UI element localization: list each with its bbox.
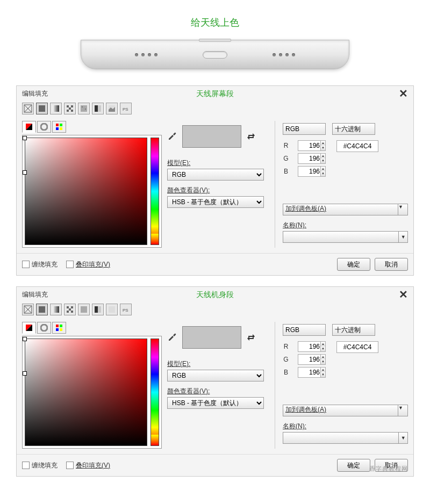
two-color-icon[interactable] (92, 304, 104, 315)
hue-slider[interactable] (150, 138, 159, 245)
b-label: B (283, 168, 289, 175)
gradient-handle-icon[interactable] (23, 170, 27, 175)
color-gradient-box[interactable] (25, 339, 147, 446)
svg-rect-10 (81, 105, 87, 112)
pattern-fill-icon[interactable] (64, 103, 76, 114)
svg-rect-13 (95, 105, 98, 112)
g-input[interactable] (298, 354, 321, 365)
mid-panel: 模型(E): RGB 颜色查看器(V): HSB - 基于色度（默认） (167, 121, 269, 248)
right-panel: RGB 十六进制 R ▲▼ G ▲▼ B ▲▼ (275, 121, 408, 248)
spinner-icon[interactable]: ▲▼ (320, 354, 326, 365)
pattern-fill-icon[interactable] (64, 304, 76, 315)
name-input[interactable] (283, 432, 399, 444)
postscript-fill-icon[interactable]: PS (120, 103, 132, 114)
dialog-subtitle: 天线屏幕段 (196, 89, 234, 99)
r-label: R (283, 343, 289, 350)
svg-rect-25 (39, 306, 45, 313)
spinner-icon[interactable]: ▲▼ (320, 153, 326, 164)
swap-icon[interactable] (247, 132, 255, 141)
ok-button[interactable]: 确定 (337, 459, 370, 472)
eyedropper-icon[interactable] (167, 333, 177, 342)
svg-point-11 (82, 106, 83, 107)
r-input[interactable] (298, 341, 321, 352)
spinner-icon[interactable]: ▲▼ (320, 341, 326, 352)
g-label: G (283, 356, 289, 363)
gradient-handle-icon[interactable] (23, 371, 27, 376)
g-input[interactable] (298, 153, 321, 164)
hex-input[interactable] (336, 140, 378, 152)
wrap-fill-checkbox[interactable]: 缠绕填充 (22, 461, 58, 470)
svg-point-17 (41, 124, 47, 130)
color-gradient-box[interactable] (25, 138, 147, 245)
svg-rect-34 (98, 306, 101, 313)
format-select[interactable]: 十六进制 (332, 324, 375, 336)
r-input[interactable] (298, 140, 321, 151)
page-title: 给天线上色 (0, 0, 430, 40)
b-input[interactable] (298, 367, 321, 378)
add-to-palette-select[interactable]: 加到调色板(A) (283, 204, 398, 215)
fountain-fill-icon[interactable] (50, 103, 62, 114)
model-select[interactable]: RGB (167, 370, 264, 381)
gradient-handle-icon[interactable] (23, 136, 27, 140)
close-icon[interactable]: ✕ (399, 88, 408, 99)
gradient-handle-icon[interactable] (23, 337, 27, 341)
no-fill-icon[interactable] (22, 103, 34, 114)
spinner-icon[interactable]: ▲▼ (320, 367, 326, 378)
bitmap-fill-icon[interactable] (106, 304, 118, 315)
eyedropper-icon[interactable] (167, 132, 177, 141)
viewer-select[interactable]: HSB - 基于色度（默认） (167, 397, 264, 409)
close-icon[interactable]: ✕ (399, 289, 408, 300)
hex-input[interactable] (336, 341, 378, 353)
name-input[interactable] (283, 231, 399, 243)
svg-rect-6 (71, 105, 73, 107)
no-fill-icon[interactable] (22, 304, 34, 315)
bitmap-fill-icon[interactable] (106, 103, 118, 114)
model-label: 模型(E): (167, 359, 269, 369)
overlap-fill-checkbox[interactable]: 叠印填充(V) (66, 461, 110, 470)
viewer-label: 颜色查看器(V): (167, 387, 269, 396)
mid-panel: 模型(E): RGB 颜色查看器(V): HSB - 基于色度（默认） (167, 322, 269, 449)
uniform-fill-icon[interactable] (36, 304, 48, 315)
palette-tab-icon[interactable] (52, 322, 66, 334)
palette-dropdown-icon[interactable]: ▼ (398, 405, 408, 416)
svg-rect-31 (71, 311, 73, 313)
viewer-select[interactable]: HSB - 基于色度（默认） (167, 196, 264, 208)
palette-tab-icon[interactable] (52, 121, 66, 133)
spinner-icon[interactable]: ▲▼ (320, 166, 326, 177)
color-wheel-tab-icon[interactable] (37, 322, 51, 334)
svg-rect-4 (53, 105, 59, 112)
overlap-fill-checkbox[interactable]: 叠印填充(V) (66, 260, 110, 269)
ok-button[interactable]: 确定 (337, 258, 370, 271)
uniform-fill-icon[interactable] (36, 103, 48, 114)
color-mode-select[interactable]: RGB (283, 123, 326, 135)
svg-rect-29 (69, 308, 71, 311)
hue-slider[interactable] (150, 339, 159, 446)
color-swatch (182, 125, 241, 148)
svg-rect-28 (71, 306, 73, 308)
svg-rect-14 (98, 105, 101, 112)
b-input[interactable] (298, 166, 321, 177)
color-wheel-tab-icon[interactable] (37, 121, 51, 133)
color-mode-select[interactable]: RGB (283, 324, 326, 336)
mixer-tab-icon[interactable] (22, 322, 36, 334)
name-dropdown-icon[interactable]: ▼ (399, 432, 408, 444)
wrap-fill-checkbox[interactable]: 缠绕填充 (22, 260, 58, 269)
cancel-button[interactable]: 取消 (375, 258, 408, 271)
fountain-fill-icon[interactable] (50, 304, 62, 315)
format-select[interactable]: 十六进制 (332, 123, 375, 135)
swap-icon[interactable] (247, 333, 255, 342)
phone-dots-left (135, 53, 157, 56)
postscript-fill-icon[interactable]: PS (120, 304, 132, 315)
add-to-palette-select[interactable]: 加到调色板(A) (283, 405, 398, 416)
palette-dropdown-icon[interactable]: ▼ (398, 204, 408, 215)
texture-fill-icon[interactable] (78, 103, 90, 114)
svg-rect-30 (67, 311, 69, 313)
name-dropdown-icon[interactable]: ▼ (399, 231, 408, 243)
spinner-icon[interactable]: ▲▼ (320, 140, 326, 151)
two-color-icon[interactable] (92, 103, 104, 114)
model-select[interactable]: RGB (167, 169, 264, 181)
texture-fill-icon[interactable] (78, 304, 90, 315)
svg-rect-26 (53, 306, 59, 313)
svg-rect-33 (95, 306, 98, 313)
mixer-tab-icon[interactable] (22, 121, 36, 133)
